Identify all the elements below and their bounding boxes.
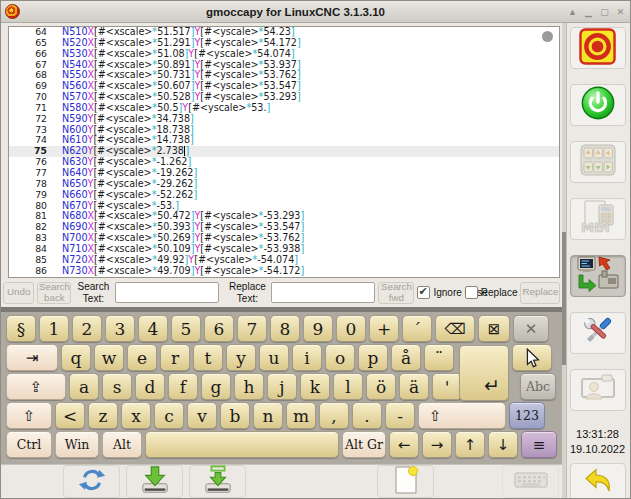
key-n[interactable]: n [253,402,283,429]
replace-text-input[interactable] [271,282,375,303]
key-comma[interactable]: , [319,402,349,429]
key-period[interactable]: . [352,402,382,429]
key-u[interactable]: u [259,344,289,371]
key-j[interactable]: j [267,373,297,400]
key-b[interactable]: b [220,402,250,429]
key-9[interactable]: 9 [303,315,333,342]
key-4[interactable]: 4 [138,315,168,342]
save-as-button[interactable] [189,465,246,498]
key-m[interactable]: m [286,402,316,429]
search-text-input[interactable] [115,282,219,303]
key-7[interactable]: 7 [237,315,267,342]
save-file-button[interactable] [126,465,183,498]
key-s[interactable]: s [102,373,132,400]
key-1[interactable]: 1 [39,315,69,342]
key-close-keyboard[interactable]: ✕ [513,315,549,342]
key-backspace[interactable]: ⌫ [435,315,475,342]
key-x[interactable]: x [121,402,151,429]
key-delete[interactable]: ⊠ [478,315,510,342]
reload-file-button[interactable] [63,465,120,498]
key-win[interactable]: Win [55,431,99,458]
undo-button[interactable]: Undo [3,282,34,304]
key-p[interactable]: p [358,344,388,371]
key-2[interactable]: 2 [72,315,102,342]
key-pointer[interactable] [512,344,552,371]
svg-text:MDI: MDI [581,220,610,235]
key-aring[interactable]: å [391,344,421,371]
key-arrow-right[interactable]: → [422,431,452,458]
key-0[interactable]: 0 [336,315,366,342]
settings-button[interactable] [570,312,626,354]
key-space[interactable] [145,431,339,458]
key-odiaeresis[interactable]: ö [366,373,396,400]
key-5[interactable]: 5 [171,315,201,342]
key-q[interactable]: q [61,344,91,371]
key-w[interactable]: w [94,344,124,371]
key-section[interactable]: § [6,315,36,342]
close-window-icon[interactable]: ✕ [615,7,626,17]
key-c[interactable]: c [154,402,184,429]
key-123-layer[interactable]: 123 [509,402,545,429]
key-enter[interactable]: ↵ [459,345,509,401]
key-diaeresis[interactable]: ¨ [424,344,454,371]
key-altgr[interactable]: Alt Gr [342,431,386,458]
key-y[interactable]: y [226,344,256,371]
bottom-toolbar [1,464,562,498]
minimize-window-icon[interactable]: ▁ [583,7,594,17]
estop-button[interactable] [570,27,626,69]
key-apostrophe[interactable]: ' [432,373,462,400]
key-minus[interactable]: - [385,402,415,429]
key-o[interactable]: o [325,344,355,371]
key-acute[interactable]: ´ [402,315,432,342]
mdi-mode-button[interactable]: MDI [570,198,626,240]
key-caps-lock[interactable]: ⇪ [6,373,66,400]
key-shift-right[interactable]: ⇧ [418,402,506,429]
key-h[interactable]: h [234,373,264,400]
key-3[interactable]: 3 [105,315,135,342]
key-i[interactable]: i [292,344,322,371]
auto-edit-mode-button[interactable] [570,255,626,297]
key-menu-layer[interactable]: ≡ [521,431,557,458]
key-z[interactable]: z [88,402,118,429]
manual-mode-button[interactable] [570,141,626,183]
key-d[interactable]: d [135,373,165,400]
key-6[interactable]: 6 [204,315,234,342]
maximize-window-icon[interactable]: ▢ [599,7,610,17]
key-g[interactable]: g [201,373,231,400]
key-l[interactable]: l [333,373,363,400]
key-arrow-left[interactable]: ← [389,431,419,458]
key-8[interactable]: 8 [270,315,300,342]
ignore-case-box-icon[interactable] [417,286,430,299]
key-plus[interactable]: + [369,315,399,342]
key-abc-layer[interactable]: Abc [520,373,556,400]
key-less[interactable]: < [55,402,85,429]
key-f[interactable]: f [168,373,198,400]
search-fwd-button[interactable]: Search fwd [378,282,414,304]
back-button[interactable] [570,463,626,499]
ignore-case-checkbox[interactable]: Ignore Case [417,286,461,299]
key-arrow-down[interactable]: ↓ [488,431,518,458]
key-shift-left[interactable]: ⇧ [6,402,52,429]
key-v[interactable]: v [187,402,217,429]
machine-on-button[interactable] [570,84,626,126]
gcode-editor[interactable]: 64N510X[#<xscale>*51.517]Y[#<yscale>*54.… [8,26,560,278]
key-e[interactable]: e [127,344,157,371]
replace-button[interactable]: Replace [520,282,560,304]
key-ctrl[interactable]: Ctrl [6,431,52,458]
replace-all-checkbox[interactable]: Replace All [465,286,518,299]
key-tab[interactable]: ⇥ [6,344,58,371]
key-adiaeresis[interactable]: ä [399,373,429,400]
tool-setup-button[interactable] [570,369,626,411]
replace-all-box-icon[interactable] [465,286,478,299]
keyboard-toggle-button[interactable] [502,465,559,498]
key-k[interactable]: k [300,373,330,400]
search-back-button[interactable]: Search back [37,282,71,304]
key-alt[interactable]: Alt [102,431,142,458]
key-a[interactable]: a [69,373,99,400]
key-arrow-up[interactable]: ↑ [455,431,485,458]
key-t[interactable]: t [193,344,223,371]
new-file-button[interactable] [377,465,434,498]
key-r[interactable]: r [160,344,190,371]
shade-window-icon[interactable]: ▲ [567,7,578,17]
code-line: 86N730X[#<xscale>*49.709]Y[#<yscale>*-54… [9,266,559,277]
